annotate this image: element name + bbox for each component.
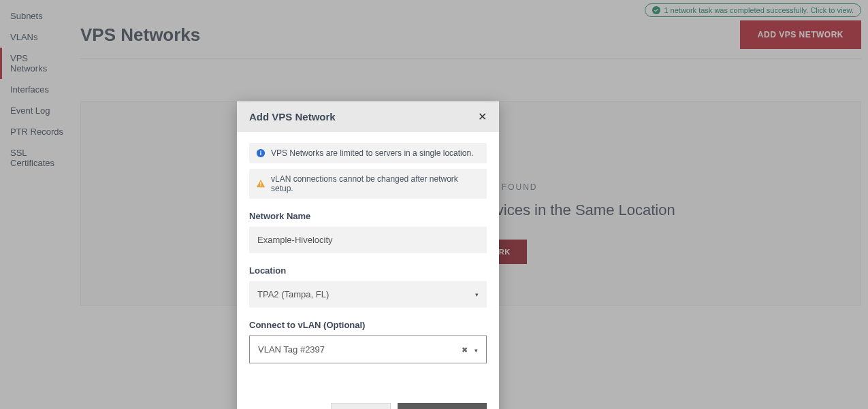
location-label: Location [249,265,487,276]
clear-icon[interactable]: ✖ [462,346,468,354]
info-banner-text: VPS Networks are limited to servers in a… [271,148,473,158]
modal-header: Add VPS Network ✕ [237,101,499,132]
location-select-value: TPA2 (Tampa, FL) [257,289,329,299]
warning-icon [256,179,266,189]
warning-banner-text: vLAN connections cannot be changed after… [271,174,480,193]
info-icon [256,148,266,158]
network-name-input[interactable] [249,227,487,253]
svg-rect-5 [260,185,261,186]
modal-title: Add VPS Network [249,111,336,122]
modal-body: VPS Networks are limited to servers in a… [237,132,499,370]
vlan-select[interactable]: VLAN Tag #2397 ✖ ▾ [249,336,487,363]
close-icon[interactable]: ✕ [478,112,487,122]
modal-footer: CANCEL ADD NETWORK [237,391,499,409]
warning-banner: vLAN connections cannot be changed after… [249,169,487,199]
chevron-down-icon: ▾ [475,347,478,354]
cancel-button[interactable]: CANCEL [331,403,391,409]
location-select[interactable]: TPA2 (Tampa, FL) ▾ [249,281,487,308]
svg-rect-2 [260,152,261,155]
network-name-label: Network Name [249,211,487,221]
svg-rect-3 [260,151,261,152]
vlan-select-controls: ✖ ▾ [462,344,478,355]
add-vps-network-modal: Add VPS Network ✕ VPS Networks are limit… [237,101,499,409]
info-banner: VPS Networks are limited to servers in a… [249,143,487,163]
chevron-down-icon: ▾ [475,291,479,298]
svg-rect-4 [260,182,261,184]
add-network-button[interactable]: ADD NETWORK [398,403,487,409]
vlan-label: Connect to vLAN (Optional) [249,320,487,330]
vlan-select-value: VLAN Tag #2397 [258,344,325,355]
